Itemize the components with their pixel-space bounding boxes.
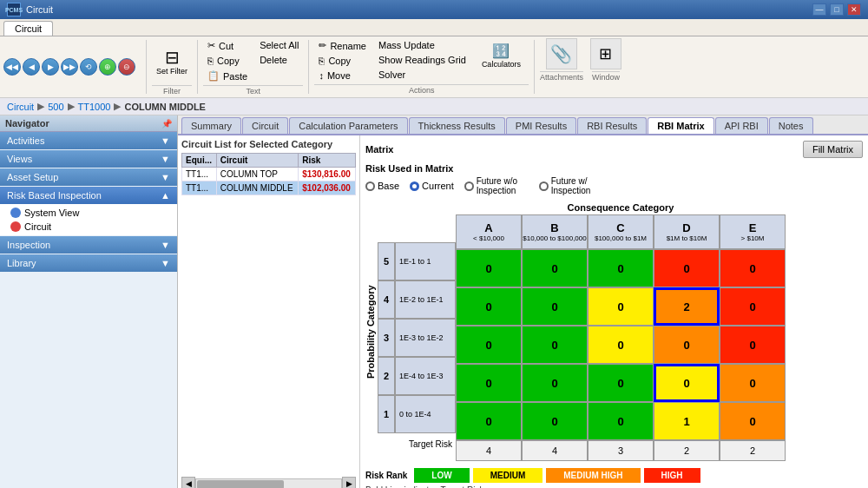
scrollbar-track[interactable] bbox=[195, 478, 342, 488]
radio-future-wo-label: Future w/o Inspection bbox=[477, 176, 529, 195]
breadcrumb-item-1[interactable]: Circuit bbox=[7, 102, 34, 112]
cell-4-D[interactable]: 2 bbox=[654, 287, 720, 326]
inspection-section-header[interactable]: Inspection ▼ bbox=[0, 236, 177, 254]
rbi-section-content: System View Circuit bbox=[0, 204, 177, 235]
next-record-button[interactable]: ▶ bbox=[42, 58, 59, 76]
tab-notes[interactable]: Notes bbox=[769, 117, 813, 134]
cell-5-D[interactable]: 0 bbox=[654, 249, 720, 287]
filter-icon: ⊟ bbox=[165, 49, 180, 66]
solver-button[interactable]: Solver bbox=[374, 68, 470, 82]
nav-item-system-view[interactable]: System View bbox=[3, 206, 174, 220]
views-section-header[interactable]: Views ▼ bbox=[0, 150, 177, 168]
tab-circuit[interactable]: Circuit bbox=[242, 117, 288, 134]
asset-setup-section-header[interactable]: Asset Setup ▼ bbox=[0, 168, 177, 186]
select-all-button[interactable]: Select All bbox=[255, 38, 303, 52]
col-header-D: D $1M to $10M bbox=[654, 214, 720, 249]
tab-pmi[interactable]: PMI Results bbox=[506, 117, 576, 134]
navigator-title: Navigator bbox=[5, 118, 49, 129]
cell-5-B[interactable]: 0 bbox=[522, 249, 588, 287]
delete-button[interactable]: Delete bbox=[255, 53, 303, 67]
rbi-section-header[interactable]: Risk Based Inspection ▲ bbox=[0, 187, 177, 204]
set-filter-button[interactable]: ⊟ Set Filter bbox=[152, 44, 192, 79]
cell-2-E[interactable]: 0 bbox=[720, 364, 786, 402]
cell-3-A[interactable]: 0 bbox=[456, 326, 522, 364]
attachments-button[interactable]: 📎 bbox=[546, 38, 577, 69]
cell-1-C[interactable]: 0 bbox=[588, 402, 654, 440]
target-risk-label: Target Risk bbox=[378, 439, 456, 449]
cell-3-B[interactable]: 0 bbox=[522, 326, 588, 364]
maximize-button[interactable]: □ bbox=[830, 3, 844, 16]
remove-record-button[interactable]: ⊖ bbox=[118, 58, 135, 76]
cell-1-B[interactable]: 0 bbox=[522, 402, 588, 440]
calculators-button[interactable]: 🔢 Calculators bbox=[474, 38, 529, 73]
cell-2-C[interactable]: 0 bbox=[588, 364, 654, 402]
cell-2-B[interactable]: 0 bbox=[522, 364, 588, 402]
window-button[interactable]: ⊞ bbox=[590, 38, 621, 69]
minimize-button[interactable]: — bbox=[812, 3, 826, 16]
tab-calc-params[interactable]: Calculation Parameters bbox=[289, 117, 407, 134]
copy-button[interactable]: ⎘Copy bbox=[203, 54, 252, 68]
refresh-button[interactable]: ⟲ bbox=[80, 58, 97, 76]
scroll-left-button[interactable]: ◀ bbox=[181, 477, 195, 488]
add-record-button[interactable]: ⊕ bbox=[99, 58, 116, 76]
mass-update-button[interactable]: Mass Update bbox=[374, 38, 470, 52]
cell-1-E[interactable]: 0 bbox=[720, 402, 786, 440]
move-button[interactable]: ↕Move bbox=[314, 69, 371, 82]
circuit-app-tab[interactable]: Circuit bbox=[3, 21, 53, 36]
cell-4-A[interactable]: 0 bbox=[456, 287, 522, 326]
cell-1-D[interactable]: 1 bbox=[654, 402, 720, 440]
nav-item-circuit[interactable]: Circuit bbox=[3, 220, 174, 234]
cell-3-C[interactable]: 0 bbox=[588, 326, 654, 364]
breadcrumb-item-2[interactable]: 500 bbox=[48, 102, 63, 112]
risk-section: Risk Used in Matrix Base Current Futu bbox=[365, 163, 863, 195]
col-letter-C: C bbox=[616, 221, 624, 234]
inspection-chevron: ▼ bbox=[161, 240, 170, 250]
risk-option-base[interactable]: Base bbox=[365, 181, 399, 191]
activities-section-header[interactable]: Activities ▼ bbox=[0, 132, 177, 149]
row-5-cells: 0 0 0 0 0 bbox=[456, 249, 786, 287]
window-group: ⊞ Window bbox=[590, 38, 621, 96]
table-row[interactable]: TT1... COLUMN TOP $130,816.00 bbox=[182, 168, 356, 181]
rename-icon: ✏ bbox=[319, 40, 326, 51]
cell-2-D[interactable]: 0 bbox=[654, 364, 720, 402]
risk-option-current[interactable]: Current bbox=[410, 181, 454, 191]
navigator-pin-icon[interactable]: 📌 bbox=[161, 119, 172, 129]
library-section-header[interactable]: Library ▼ bbox=[0, 254, 177, 272]
tab-rbi-results[interactable]: RBI Results bbox=[577, 117, 647, 134]
close-button[interactable]: ✕ bbox=[847, 3, 861, 16]
tab-rbi-matrix[interactable]: RBI Matrix bbox=[648, 117, 713, 134]
breadcrumb-item-3[interactable]: TT1000 bbox=[78, 102, 111, 112]
tab-api-rbi[interactable]: API RBI bbox=[715, 117, 768, 134]
first-record-button[interactable]: ◀◀ bbox=[3, 58, 21, 76]
last-record-button[interactable]: ▶▶ bbox=[61, 58, 78, 76]
nav-section-asset-setup: Asset Setup ▼ bbox=[0, 168, 177, 186]
cell-5-E[interactable]: 0 bbox=[720, 249, 786, 287]
col-letter-D: D bbox=[682, 221, 690, 234]
radio-future-w-label: Future w/ Inspection bbox=[551, 176, 603, 195]
paste-button[interactable]: 📋Paste bbox=[203, 69, 252, 83]
tab-thickness[interactable]: Thickness Results bbox=[409, 117, 505, 134]
table-row[interactable]: TT1... COLUMN MIDDLE $102,036.00 bbox=[182, 181, 356, 195]
cell-1-A[interactable]: 0 bbox=[456, 402, 522, 440]
risk-option-future-wo[interactable]: Future w/o Inspection bbox=[464, 176, 529, 195]
risk-rank-high: HIGH bbox=[644, 468, 700, 483]
copy-action-button[interactable]: ⎘Copy bbox=[314, 54, 371, 68]
tab-summary[interactable]: Summary bbox=[181, 117, 241, 134]
show-readings-button[interactable]: Show Readings Grid bbox=[374, 53, 470, 67]
cell-5-A[interactable]: 0 bbox=[456, 249, 522, 287]
row-headers: 5 1E-1 to 1 4 1E-2 to 1E-1 3 1E-3 to 1E-… bbox=[378, 242, 456, 454]
prev-record-button[interactable]: ◀ bbox=[23, 58, 40, 76]
cell-4-C[interactable]: 0 bbox=[588, 287, 654, 326]
cell-3-D[interactable]: 0 bbox=[654, 326, 720, 364]
cell-2-A[interactable]: 0 bbox=[456, 364, 522, 402]
risk-option-future-w[interactable]: Future w/ Inspection bbox=[539, 176, 603, 195]
cell-4-B[interactable]: 0 bbox=[522, 287, 588, 326]
cell-4-E[interactable]: 0 bbox=[720, 287, 786, 326]
cell-3-E[interactable]: 0 bbox=[720, 326, 786, 364]
rename-button[interactable]: ✏Rename bbox=[314, 38, 371, 53]
cut-button[interactable]: ✂Cut bbox=[203, 38, 252, 53]
cell-risk-2: $102,036.00 bbox=[299, 181, 356, 195]
fill-matrix-button[interactable]: Fill Matrix bbox=[803, 141, 863, 158]
scroll-right-button[interactable]: ▶ bbox=[342, 477, 356, 488]
cell-5-C[interactable]: 0 bbox=[588, 249, 654, 287]
